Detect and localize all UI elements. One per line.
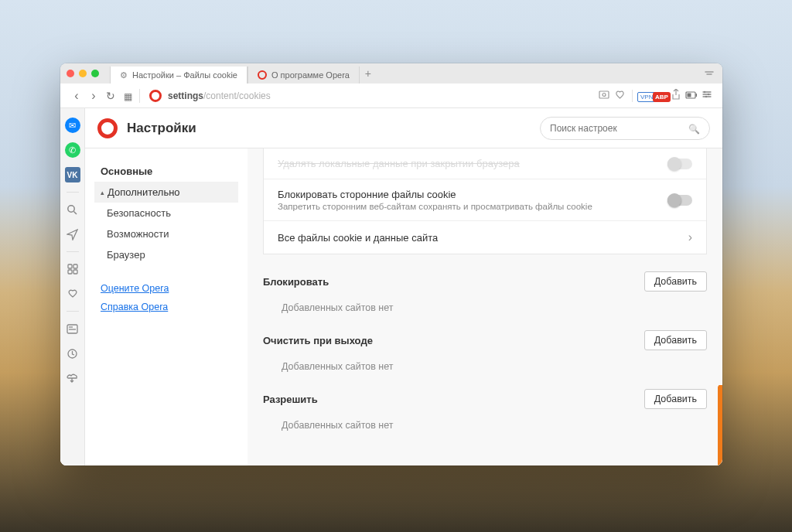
section-allow: Разрешить Добавить Добавленных сайтов не… bbox=[263, 389, 707, 431]
svg-point-7 bbox=[705, 96, 707, 97]
cookie-settings-panel: Удалять локальные данные при закрытии бр… bbox=[248, 148, 722, 466]
content-area: ✉ ✆ VK bbox=[60, 108, 722, 466]
url-text[interactable]: settings/content/cookies bbox=[168, 90, 596, 101]
speed-dial-button[interactable] bbox=[119, 90, 136, 102]
row-block-third-party: Блокировать сторонние файлы cookie Запре… bbox=[264, 179, 706, 220]
rail-separator bbox=[67, 311, 79, 312]
settings-search[interactable] bbox=[540, 117, 710, 140]
easy-setup-icon[interactable] bbox=[699, 90, 715, 101]
svg-line-9 bbox=[74, 211, 77, 214]
chevron-right-icon bbox=[688, 230, 692, 244]
settings-sidebar: Основные Дополнительно Безопасность Возм… bbox=[85, 148, 248, 466]
settings-header: Настройки bbox=[85, 108, 722, 148]
add-button-allow[interactable]: Добавить bbox=[644, 389, 707, 409]
search-icon[interactable] bbox=[65, 202, 80, 217]
opera-icon bbox=[149, 90, 162, 102]
settings-title: Настройки bbox=[127, 121, 196, 136]
opera-logo-icon bbox=[97, 118, 118, 138]
tab-bar: Настройки – Файлы cookie О программе Ope… bbox=[60, 63, 722, 84]
sidebar-link-help-opera[interactable]: Справка Opera bbox=[94, 298, 238, 316]
gear-icon bbox=[120, 70, 128, 80]
tabs-menu-button[interactable] bbox=[704, 68, 715, 79]
url-bold: settings bbox=[168, 90, 203, 101]
forward-button[interactable] bbox=[85, 89, 102, 103]
personal-news-icon[interactable] bbox=[65, 321, 80, 336]
svg-rect-3 bbox=[696, 94, 698, 97]
downloads-icon[interactable] bbox=[65, 370, 80, 386]
tab-label: О программе Opera bbox=[271, 70, 350, 80]
new-tab-button[interactable]: + bbox=[360, 65, 377, 82]
speed-dial-icon[interactable] bbox=[65, 261, 80, 277]
svg-rect-0 bbox=[599, 91, 609, 98]
history-icon[interactable] bbox=[65, 346, 80, 361]
sidebar-item-features[interactable]: Возможности bbox=[94, 223, 238, 244]
whatsapp-icon[interactable]: ✆ bbox=[65, 142, 80, 158]
address-bar: settings/content/cookies VPN ABP bbox=[60, 84, 722, 108]
reload-button[interactable] bbox=[102, 90, 119, 102]
vpn-badge[interactable]: VPN bbox=[637, 90, 653, 101]
settings-body: Основные Дополнительно Безопасность Возм… bbox=[85, 148, 722, 466]
svg-rect-4 bbox=[688, 93, 691, 97]
sidebar-item-browser[interactable]: Браузер bbox=[94, 244, 238, 265]
url-rest: /content/cookies bbox=[203, 90, 271, 101]
svg-point-6 bbox=[708, 94, 709, 95]
abp-icon[interactable]: ABP bbox=[653, 90, 668, 101]
toggle-block-third-party[interactable] bbox=[667, 195, 692, 206]
row-desc: Запретить сторонним веб-сайтам сохранять… bbox=[278, 202, 592, 211]
window-controls bbox=[67, 70, 99, 77]
section-clear-on-exit: Очистить при выходе Добавить Добавленных… bbox=[263, 330, 707, 372]
maximize-window-button[interactable] bbox=[91, 70, 99, 77]
rail-separator bbox=[67, 192, 79, 193]
rail-separator bbox=[67, 251, 79, 252]
left-rail: ✉ ✆ VK bbox=[60, 108, 85, 466]
tab-label: Настройки – Файлы cookie bbox=[132, 70, 237, 80]
send-icon[interactable] bbox=[65, 227, 80, 242]
row-label: Блокировать сторонние файлы cookie bbox=[278, 189, 592, 200]
messenger-icon[interactable]: ✉ bbox=[65, 118, 80, 133]
add-button-block[interactable]: Добавить bbox=[644, 271, 707, 292]
section-block: Блокировать Добавить Добавленных сайтов … bbox=[263, 271, 707, 313]
annotation-arrow bbox=[718, 385, 722, 466]
minimize-window-button[interactable] bbox=[79, 70, 87, 77]
sidebar-item-basic[interactable]: Основные bbox=[94, 161, 238, 182]
tab-settings-cookies[interactable]: Настройки – Файлы cookie bbox=[110, 66, 248, 84]
sidebar-link-rate-opera[interactable]: Оцените Opera bbox=[94, 279, 238, 298]
toggle-delete-on-close[interactable] bbox=[667, 159, 692, 169]
opera-icon bbox=[258, 70, 267, 80]
empty-text: Добавленных сайтов нет bbox=[263, 409, 707, 431]
main-pane: Настройки Основные Дополнительно Безопас… bbox=[85, 108, 722, 466]
row-label: Все файлы cookie и данные сайта bbox=[278, 232, 438, 244]
section-title: Разрешить bbox=[263, 394, 318, 405]
empty-text: Добавленных сайтов нет bbox=[263, 292, 707, 313]
svg-rect-13 bbox=[73, 270, 77, 274]
tab-about-opera[interactable]: О программе Opera bbox=[248, 66, 360, 84]
sidebar-item-advanced[interactable]: Дополнительно bbox=[94, 182, 238, 203]
search-input[interactable] bbox=[550, 123, 688, 134]
share-icon[interactable] bbox=[668, 89, 684, 102]
snapshot-icon[interactable] bbox=[596, 90, 612, 101]
svg-rect-10 bbox=[68, 264, 72, 268]
back-button[interactable] bbox=[68, 89, 85, 103]
heart-icon[interactable] bbox=[612, 90, 627, 101]
browser-window: Настройки – Файлы cookie О программе Ope… bbox=[60, 63, 722, 466]
row-label: Удалять локальные данные при закрытии бр… bbox=[278, 158, 520, 169]
svg-rect-12 bbox=[68, 270, 72, 274]
svg-point-8 bbox=[68, 205, 74, 211]
sidebar-item-security[interactable]: Безопасность bbox=[94, 203, 238, 223]
empty-text: Добавленных сайтов нет bbox=[263, 350, 707, 372]
svg-rect-11 bbox=[73, 264, 77, 268]
close-window-button[interactable] bbox=[67, 70, 74, 77]
vk-icon[interactable]: VK bbox=[65, 167, 80, 182]
search-icon bbox=[688, 121, 700, 135]
section-title: Блокировать bbox=[263, 276, 329, 288]
section-title: Очистить при выходе bbox=[263, 335, 373, 346]
svg-point-5 bbox=[704, 91, 705, 93]
add-button-clear-on-exit[interactable]: Добавить bbox=[644, 330, 707, 350]
row-delete-local-on-close: Удалять локальные данные при закрытии бр… bbox=[264, 148, 706, 179]
battery-icon[interactable] bbox=[684, 90, 699, 101]
svg-point-1 bbox=[603, 94, 606, 97]
bookmarks-icon[interactable] bbox=[65, 286, 80, 302]
cookie-card: Удалять локальные данные при закрытии бр… bbox=[263, 148, 707, 254]
row-all-cookies-and-site-data[interactable]: Все файлы cookie и данные сайта bbox=[264, 220, 706, 254]
